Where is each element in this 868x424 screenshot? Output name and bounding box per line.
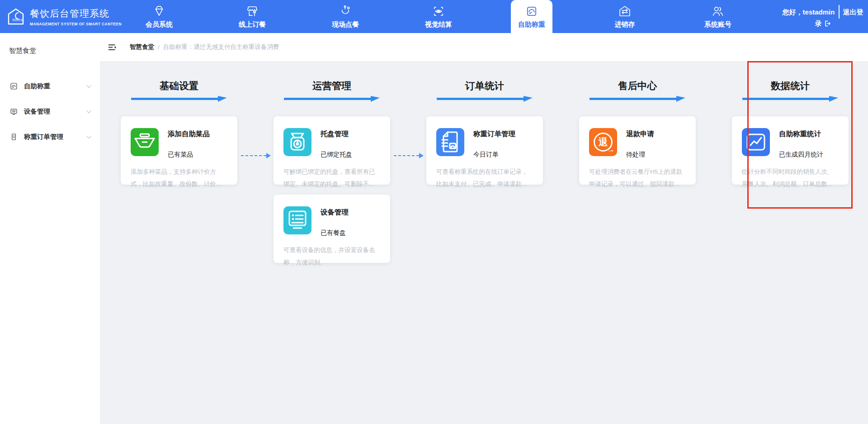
logout-icon[interactable] [824,20,831,27]
column-operations: 运营管理 托盘管理 [274,80,390,263]
column-arrow [437,96,533,102]
top-header: 智慧食堂 餐饮后台管理系统 MANAGEMENT SYSTEM OF SMART… [0,0,868,33]
card-weighing-statistics[interactable]: 自助称重统计 已生成四月统计 统计分析不同时间段的销售人次、用餐人次、利润总额、… [732,116,849,185]
inventory-house-icon [618,5,632,18]
app-title: 餐饮后台管理系统 [30,7,122,20]
app-logo: 智慧食堂 餐饮后台管理系统 MANAGEMENT SYSTEM OF SMART… [6,0,122,33]
card-subtitle: 已生成四月统计 [779,151,839,159]
nav-vision-checkout[interactable]: 视觉结算 [392,0,485,33]
card-device-management[interactable]: 设备管理 已有餐盘 可查看设备的信息，并设置设备名称，方便识别。 [274,195,390,263]
card-description: 可解绑已绑定的托盘，查看所有已绑定、未绑定的托盘。可删除不... [283,166,380,190]
card-description: 可查看设备的信息，并设置设备名称，方便识别。 [283,244,380,268]
sidebar: 智慧食堂 自助称重 设备管理 称重订单管理 [0,33,100,424]
storefront-icon [245,5,259,18]
canteen-logo-icon: 智慧食堂 [6,7,25,26]
card-title: 托盘管理 [321,128,380,139]
card-refund-request[interactable]: 退 → 退款申请 待处理 可处理消费者在云餐厅H5上的退款申请记录，可以通过、驳… [579,116,696,185]
stats-chart-icon [742,128,770,156]
card-description: 可查看称重系统的在线订单记录，比如未支付、已完成、申请退款... [436,166,533,190]
nav-system-accounts[interactable]: 系统账号 [671,0,764,33]
sidebar-title: 智慧食堂 [0,33,100,55]
breadcrumb-bar: 智慧食堂 / 自助称重：通过无感支付自主称重设备消费 [100,33,868,61]
column-arrow [742,96,838,102]
header-divider [839,5,840,19]
app-subtitle: MANAGEMENT SYSTEM OF SMART CANTEEN [30,22,122,26]
column-title: 订单统计 [426,80,543,92]
card-title: 设备管理 [321,206,380,217]
card-subtitle: 已有菜品 [168,151,227,159]
column-aftersales: 售后中心 退 → 退款申请 待处理 可处理消费者 [579,80,696,185]
card-tray-management[interactable]: 托盘管理 已绑定托盘 可解绑已绑定的托盘，查看所有已绑定、未绑定的托盘。可删除不… [274,116,390,185]
card-description: 统计分析不同时间段的销售人次、用餐人次、利润总额、订单总数... [742,166,839,190]
card-description: 添加多种菜品，支持多种计价方式，比如按重量、按份数、计价... [131,166,227,190]
chevron-down-icon [86,133,91,138]
column-title: 运营管理 [274,80,390,92]
breadcrumb-separator: / [158,44,160,51]
svg-text:智慧食堂: 智慧食堂 [12,19,23,22]
sidebar-item-device-management[interactable]: 设备管理 [0,99,100,124]
weigh-order-doc-icon [436,128,464,156]
card-title: 称重订单管理 [473,128,533,139]
column-title: 售后中心 [579,80,696,92]
card-subtitle: 已绑定托盘 [321,151,380,159]
nav-online-ordering[interactable]: 线上订餐 [206,0,299,33]
nav-inventory[interactable]: 进销存 [578,0,671,33]
card-title: 添加自助菜品 [168,128,227,139]
card-add-dish[interactable]: 添加自助菜品 已有菜品 添加多种菜品，支持多种计价方式，比如按重量、按份数、计价… [121,116,237,185]
card-title: 退款申请 [626,128,686,139]
nav-self-weighing[interactable]: 自助称重 [485,0,578,33]
breadcrumb-root[interactable]: 智慧食堂 [130,43,154,51]
sidebar-item-self-weighing[interactable]: 自助称重 [0,73,100,99]
column-title: 基础设置 [121,80,237,92]
card-weigh-order-management[interactable]: 称重订单管理 今日订单 可查看称重系统的在线订单记录，比如未支付、已完成、申请退… [426,116,543,185]
main-content: 基础设置 添加自助菜品 已有菜品 [100,61,868,424]
nav-onsite-ordering[interactable]: 现场点餐 [299,0,392,33]
column-basic-settings: 基础设置 添加自助菜品 已有菜品 [121,80,237,185]
flow-dashed-arrow [241,155,266,156]
refund-icon: 退 → [589,128,617,156]
dish-icon [131,128,159,156]
main-nav: 会员系统 线上订餐 现场点餐 [113,0,764,33]
chevron-down-icon [86,108,91,113]
flow-dashed-arrow [394,155,419,156]
user-area: 您好，testadmin退出登录 [782,0,863,33]
accounts-people-icon [711,5,725,18]
column-arrow [131,96,227,102]
vip-diamond-icon [152,5,166,18]
refund-arrow-glyph: → [606,145,615,153]
card-subtitle: 今日订单 [473,151,533,159]
device-monitor-icon [10,108,18,115]
column-order-statistics: 订单统计 称重订单管 [426,80,543,185]
column-data-statistics: 数据统计 自助称重统计 已生成四月统计 统计 [732,80,849,185]
dine-in-icon [339,5,352,18]
column-arrow [590,96,685,102]
chevron-down-icon [86,83,91,88]
order-doc-icon [10,133,18,141]
card-title: 自助称重统计 [779,128,839,139]
card-subtitle: 待处理 [626,151,686,159]
breadcrumb-current: 自助称重：通过无感支付自主称重设备消费 [163,43,279,51]
sidebar-item-weigh-order-management[interactable]: 称重订单管理 [0,124,100,149]
vision-scan-icon [432,5,445,18]
device-screen-icon [283,206,311,234]
card-subtitle: 已有餐盘 [321,229,380,237]
user-greeting: 您好，testadmin [783,8,835,16]
card-description: 可处理消费者在云餐厅H5上的退款申请记录，可以通过、驳回退款... [589,166,686,190]
column-title: 数据统计 [732,80,849,92]
weighing-scale-icon [525,5,538,18]
nav-member-system[interactable]: 会员系统 [113,0,206,33]
menu-fold-icon[interactable] [108,43,117,52]
weighing-scale-icon [10,82,18,90]
tray-scale-icon [283,128,311,156]
column-arrow [284,96,380,102]
